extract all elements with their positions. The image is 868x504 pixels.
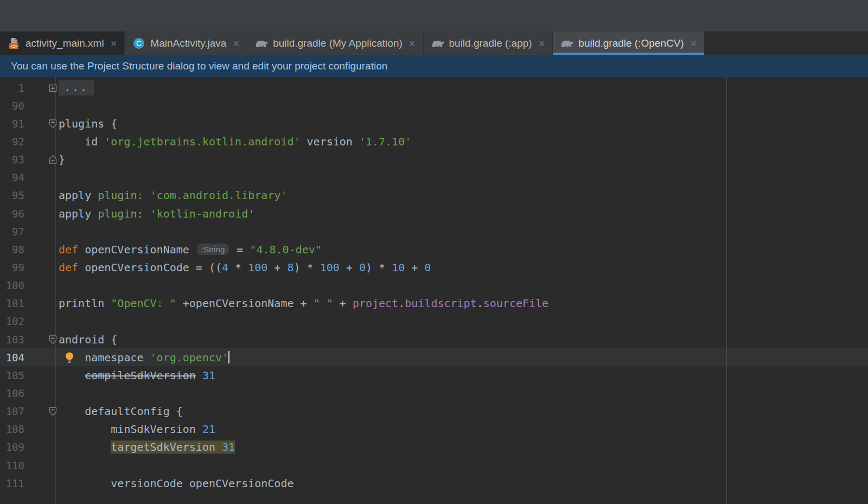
code-line-111[interactable]: 111 versionCode openCVersionCode xyxy=(0,474,868,492)
code-text: apply plugin: 'com.android.library' xyxy=(59,189,287,202)
line-number: 92 xyxy=(0,136,24,148)
gutter: 111 xyxy=(0,474,59,492)
tab-close-icon[interactable]: × xyxy=(233,38,239,49)
tab-build-gradle-app[interactable]: build.gradle (:app)× xyxy=(424,31,553,55)
fold-collapse-icon[interactable] xyxy=(48,406,58,417)
tab-close-icon[interactable]: × xyxy=(409,38,416,49)
fold-collapse-end-icon[interactable] xyxy=(48,155,58,165)
gutter: 100 xyxy=(0,277,59,295)
code-text: apply plugin: 'kotlin-android' xyxy=(59,207,254,220)
gutter: 109 xyxy=(0,438,59,456)
code-segment: + xyxy=(405,261,424,274)
code-segment: } xyxy=(59,153,65,166)
gradle-elephant-icon xyxy=(560,38,573,49)
code-segment: 'com.android.library' xyxy=(150,189,288,202)
code-editor[interactable]: 1...9091plugins {92 id 'org.jetbrains.ko… xyxy=(0,77,868,504)
code-segment: buildscript xyxy=(405,297,476,310)
svg-text:<>: <> xyxy=(10,43,17,49)
code-line-95[interactable]: 95apply plugin: 'com.android.library' xyxy=(0,187,868,205)
gutter: 103 xyxy=(0,330,59,348)
line-number: 96 xyxy=(0,208,24,220)
tab-mainactivity-java[interactable]: CMainActivity.java× xyxy=(125,31,247,55)
tab-close-icon[interactable]: × xyxy=(691,38,697,49)
code-segment: println xyxy=(59,297,111,310)
code-line-108[interactable]: 108 minSdkVersion 21 xyxy=(0,420,868,438)
tab-label: build.gradle (My Application) xyxy=(273,37,403,49)
intention-bulb-icon[interactable] xyxy=(64,352,75,363)
code-segment: def xyxy=(59,261,78,274)
code-line-92[interactable]: 92 id 'org.jetbrains.kotlin.android' ver… xyxy=(0,132,868,150)
code-line-96[interactable]: 96apply plugin: 'kotlin-android' xyxy=(0,205,868,222)
gutter: 107 xyxy=(0,403,59,420)
code-segment xyxy=(59,441,111,454)
text-caret xyxy=(228,351,229,363)
code-line-103[interactable]: 103android { xyxy=(0,330,868,348)
code-line-97[interactable]: 97 xyxy=(0,222,868,240)
code-line-107[interactable]: 107 defaultConfig { xyxy=(0,403,868,420)
line-number: 1 xyxy=(0,82,24,94)
code-text: defaultConfig { xyxy=(59,405,183,418)
line-number: 93 xyxy=(0,154,24,165)
line-number: 102 xyxy=(0,315,24,327)
tab-build-gradle-opencv[interactable]: build.gradle (:OpenCV)× xyxy=(553,31,705,55)
tab-close-icon[interactable]: × xyxy=(539,38,545,49)
code-segment: openCVersionName xyxy=(78,243,196,256)
tab-close-icon[interactable]: × xyxy=(111,38,117,49)
code-segment: "OpenCV: " xyxy=(111,297,176,310)
line-number: 99 xyxy=(0,261,24,273)
gutter: 92 xyxy=(0,132,59,150)
code-line-106[interactable]: 106 xyxy=(0,384,868,402)
line-number: 97 xyxy=(0,226,24,238)
gutter: 91 xyxy=(0,114,59,132)
code-text: id 'org.jetbrains.kotlin.android' versio… xyxy=(59,135,411,148)
code-line-110[interactable]: 110 xyxy=(0,456,868,474)
gradle-elephant-icon xyxy=(255,38,268,49)
line-number: 100 xyxy=(0,279,24,291)
code-line-93[interactable]: 93} xyxy=(0,151,868,169)
code-line-91[interactable]: 91plugins { xyxy=(0,114,868,132)
fold-collapse-icon[interactable] xyxy=(48,118,58,129)
gutter: 101 xyxy=(0,295,59,312)
code-line-105[interactable]: 105 compileSdkVersion 31 xyxy=(0,366,868,384)
tab-build-gradle-my-application[interactable]: build.gradle (My Application)× xyxy=(247,31,423,55)
code-segment xyxy=(144,189,150,202)
code-line-1[interactable]: 1... xyxy=(0,79,868,97)
notification-banner[interactable]: You can use the Project Structure dialog… xyxy=(0,55,868,77)
code-line-102[interactable]: 102 xyxy=(0,312,868,330)
gutter: 110 xyxy=(0,456,59,474)
code-line-90[interactable]: 90 xyxy=(0,97,868,114)
java-class-icon: C xyxy=(132,37,145,50)
line-number: 105 xyxy=(0,369,24,381)
code-text: println "OpenCV: " +openCVersionName + "… xyxy=(59,297,548,310)
code-text: namespace 'org.opencv' xyxy=(59,351,229,364)
folded-region[interactable]: ... xyxy=(59,80,94,95)
code-line-94[interactable]: 94 xyxy=(0,169,868,187)
code-segment: . xyxy=(398,297,405,310)
indent-guide xyxy=(86,420,86,493)
tab-activity-main-xml[interactable]: <>activity_main.xml× xyxy=(0,31,125,55)
code-segment: apply xyxy=(59,189,98,202)
code-text: compileSdkVersion 31 xyxy=(59,369,215,382)
code-segment: 0 xyxy=(359,261,366,274)
code-line-100[interactable]: 100 xyxy=(0,277,868,295)
fold-collapse-icon[interactable] xyxy=(48,334,58,344)
gutter: 93 xyxy=(0,151,59,169)
code-segment: 100 xyxy=(320,261,340,274)
code-line-109[interactable]: 109 targetSdkVersion 31 xyxy=(0,438,868,456)
code-text: targetSdkVersion 31 xyxy=(59,441,235,454)
gutter: 96 xyxy=(0,205,59,222)
code-segment: . xyxy=(477,297,483,310)
code-segment: " " xyxy=(314,297,333,310)
code-segment: 'kotlin-android' xyxy=(150,207,255,220)
line-number: 98 xyxy=(0,244,24,256)
code-segment xyxy=(59,369,85,382)
code-text: versionCode openCVersionCode xyxy=(59,477,293,490)
code-line-104[interactable]: 104 namespace 'org.opencv' xyxy=(0,348,868,366)
fold-expand-icon[interactable] xyxy=(48,83,58,93)
code-segment: 31 xyxy=(202,369,215,382)
code-line-99[interactable]: 99def openCVersionCode = ((4 * 100 + 8) … xyxy=(0,258,868,276)
gutter: 90 xyxy=(0,97,59,114)
code-line-101[interactable]: 101println "OpenCV: " +openCVersionName … xyxy=(0,295,868,312)
code-line-98[interactable]: 98def openCVersionName :String = "4.8.0-… xyxy=(0,240,868,258)
code-segment: versionCode openCVersionCode xyxy=(59,477,293,490)
